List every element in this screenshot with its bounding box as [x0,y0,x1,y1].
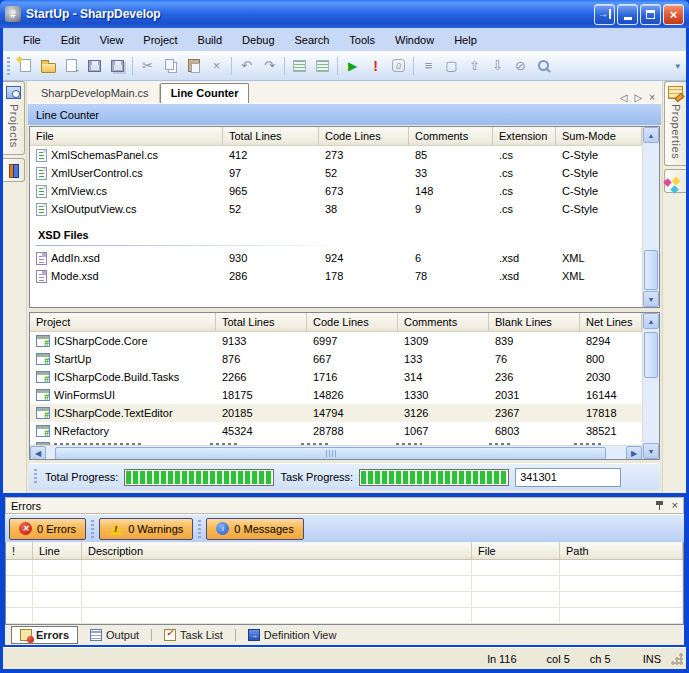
run-icon[interactable]: ▶ [341,55,364,77]
column-header-file[interactable]: File [472,542,560,559]
undo-icon[interactable]: ↶ [235,55,258,77]
column-header-file[interactable]: File [30,127,223,145]
menu-edit[interactable]: Edit [51,30,90,50]
progress-strip-grip[interactable] [34,469,37,485]
project-table-scrollbar[interactable]: ▲ ▼ [642,313,659,459]
scrollbar-thumb[interactable] [644,332,658,378]
table-row[interactable]: ICSharpCode.Core 9133 6997 1309 839 8294 [30,332,642,350]
copy-icon[interactable] [159,55,182,77]
scroll-down-icon[interactable]: ▼ [643,291,659,307]
tab-line-counter[interactable]: Line Counter [160,83,250,103]
profile-icon[interactable]: 0 [387,55,410,77]
toolbar: ✂ × ↶ ↷ ▶ ! 0 ≡ ▢ ⇧ ⇩ ⊘ ▾ [3,51,686,81]
menu-file[interactable]: File [13,30,51,50]
resize-grip[interactable] [671,653,683,665]
dock-button[interactable]: → [594,4,615,25]
sidebar-item-projects[interactable]: Projects [3,81,25,155]
table-row[interactable]: NRefactory 45324 28788 1067 6803 38521 [30,422,642,440]
comment-region-icon[interactable] [288,55,311,77]
open-file-icon[interactable] [60,55,83,77]
scrollbar-thumb[interactable] [644,250,658,290]
column-header-net-lines[interactable]: Net Lines [580,313,642,331]
column-header-comments[interactable]: Comments [398,313,489,331]
table-row[interactable]: StartUp 876 667 133 76 800 [30,350,642,368]
clear-bookmarks-icon[interactable]: ⊘ [509,55,532,77]
column-header-sum-mode[interactable]: Sum-Mode [556,127,642,145]
column-header-total-lines[interactable]: Total Lines [223,127,319,145]
column-header-comments[interactable]: Comments [409,127,493,145]
column-header-project[interactable]: Project [30,313,216,331]
cut-icon[interactable]: ✂ [136,55,159,77]
menu-help[interactable]: Help [444,30,487,50]
maximize-button[interactable] [640,4,661,25]
menu-build[interactable]: Build [188,30,232,50]
column-header-total-lines[interactable]: Total Lines [216,313,307,331]
column-header-code-lines[interactable]: Code Lines [319,127,409,145]
prev-bookmark-icon[interactable]: ⇧ [463,55,486,77]
toggle-bookmark-icon[interactable]: ▢ [440,55,463,77]
sidebar-item-properties[interactable]: Properties [664,81,686,166]
menu-project[interactable]: Project [133,30,187,50]
scrollbar-thumb[interactable] [55,447,606,459]
abort-icon[interactable]: ! [364,55,387,77]
tab-output[interactable]: Output [82,627,147,643]
column-header-severity[interactable]: ! [6,542,33,559]
table-row[interactable]: XmlView.cs 965 673 148 .cs C-Style [30,182,642,200]
tab-definition-view[interactable]: → Definition View [240,627,345,643]
errors-filter-button[interactable]: ✕ 0 Errors [9,518,86,540]
redo-icon[interactable]: ↷ [258,55,281,77]
warnings-filter-button[interactable]: 0 Warnings [99,518,193,540]
table-row[interactable]: XmlSchemasPanel.cs 412 273 85 .cs C-Styl… [30,146,642,164]
save-icon[interactable] [83,55,106,77]
tab-errors[interactable]: Errors [11,626,78,644]
delete-icon[interactable]: × [205,55,228,77]
find-icon[interactable] [532,55,555,77]
table-row[interactable]: XslOutputView.cs 52 38 9 .cs C-Style [30,200,642,218]
toolbar-grip[interactable] [7,57,10,75]
close-panel-icon[interactable]: × [672,500,678,511]
close-button[interactable]: × [663,4,684,25]
menu-debug[interactable]: Debug [232,30,284,50]
new-file-icon[interactable] [14,55,37,77]
next-bookmark-icon[interactable]: ⇩ [486,55,509,77]
project-table-hscrollbar[interactable]: ◀ ▶ [30,445,642,459]
table-row[interactable]: Mode.xsd 286 178 78 .xsd XML [30,267,642,285]
table-row[interactable]: AddIn.xsd 930 924 6 .xsd XML [30,249,642,267]
scroll-up-icon[interactable]: ▲ [643,127,659,143]
menu-search[interactable]: Search [285,30,340,50]
table-row[interactable]: ICSharpCode.TextEditor 20185 14794 3126 … [30,404,642,422]
bookmark-list-icon[interactable]: ≡ [417,55,440,77]
scroll-up-icon[interactable]: ▲ [643,313,659,329]
open-icon[interactable] [37,55,60,77]
column-header-path[interactable]: Path [560,542,683,559]
table-row[interactable]: ICSharpCode.Build.Tasks 2266 1716 314 23… [30,368,642,386]
menu-view[interactable]: View [90,30,134,50]
tab-scroll-right-icon[interactable]: ▷ [634,92,642,103]
pin-icon[interactable] [655,500,664,511]
table-row[interactable]: WinFormsUI 18175 14826 1330 2031 16144 [30,386,642,404]
tab-close-icon[interactable]: × [649,92,655,103]
column-header-description[interactable]: Description [82,542,472,559]
uncomment-region-icon[interactable] [311,55,334,77]
tab-task-list[interactable]: Task List [156,627,231,643]
table-row[interactable]: XmlUserControl.cs 97 52 33 .cs C-Style [30,164,642,182]
scroll-left-icon[interactable]: ◀ [30,446,46,459]
minimize-button[interactable] [617,4,638,25]
save-all-icon[interactable] [106,55,129,77]
scroll-down-icon[interactable]: ▼ [643,443,659,459]
tab-scroll-left-icon[interactable]: ◁ [620,92,628,103]
sidebar-item-tools[interactable] [3,158,25,182]
menu-window[interactable]: Window [385,30,444,50]
sidebar-item-classes[interactable] [664,169,686,193]
tab-sharpdevelopmain[interactable]: SharpDevelopMain.cs [31,84,160,103]
toolbar-overflow-icon[interactable]: ▾ [675,64,682,68]
scroll-right-icon[interactable]: ▶ [626,446,642,459]
column-header-blank-lines[interactable]: Blank Lines [489,313,580,331]
file-table-scrollbar[interactable]: ▲ ▼ [642,127,659,307]
column-header-code-lines[interactable]: Code Lines [307,313,398,331]
paste-icon[interactable] [182,55,205,77]
menu-tools[interactable]: Tools [339,30,385,50]
messages-filter-button[interactable]: i 0 Messages [206,518,303,540]
column-header-line[interactable]: Line [33,542,82,559]
column-header-extension[interactable]: Extension [493,127,556,145]
